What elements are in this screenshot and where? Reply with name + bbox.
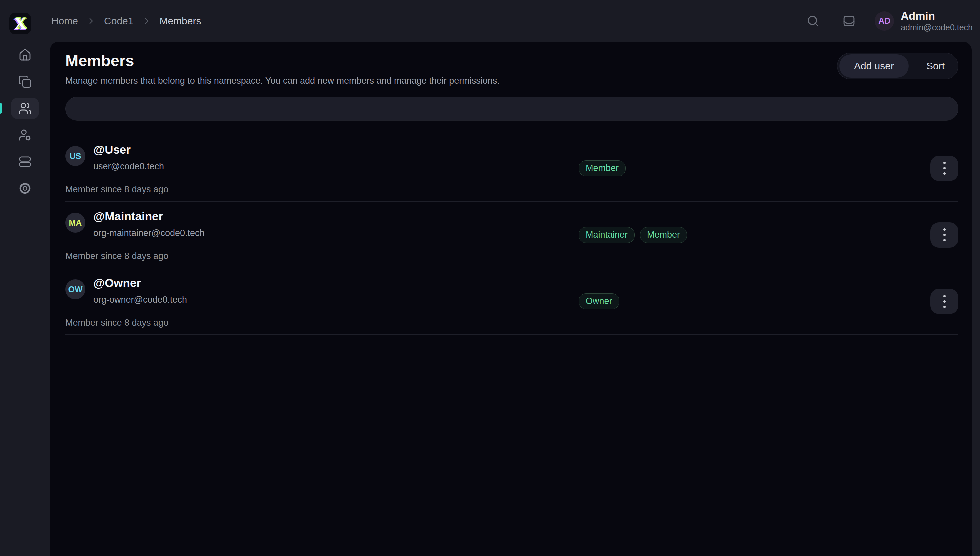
logo-x-icon: X [15, 16, 26, 31]
topbar-right: AD Admin admin@code0.tech [806, 0, 973, 42]
avatar: MA [65, 213, 86, 233]
actions-segmented-control: Add user Sort [837, 53, 958, 79]
search-icon[interactable] [806, 14, 820, 28]
user-email: admin@code0.tech [901, 23, 973, 32]
member-email: org-owner@code0.tech [93, 295, 187, 304]
role-badge: Owner [579, 293, 619, 309]
home-icon [18, 48, 32, 61]
role-badge: Maintainer [579, 227, 634, 243]
avatar-initials: OW [68, 284, 82, 294]
member-identity: @Maintainer org-maintainer@code0.tech [93, 210, 205, 238]
role-badges: Member [579, 160, 626, 176]
app-logo[interactable]: X [9, 13, 31, 34]
user-avatar[interactable]: AD [875, 11, 894, 31]
user-info[interactable]: Admin admin@code0.tech [901, 10, 973, 32]
user-settings-icon [18, 128, 32, 142]
role-badges: Owner [579, 293, 619, 309]
kebab-dot-icon [943, 228, 946, 231]
sort-button[interactable]: Sort [913, 53, 958, 79]
member-handle[interactable]: @Owner [93, 277, 187, 289]
role-badge: Member [579, 160, 626, 176]
sidebar-item-settings[interactable] [11, 175, 39, 202]
member-row: OW @Owner org-owner@code0.tech Member si… [65, 268, 958, 335]
sidebar-item-user-settings[interactable] [11, 122, 39, 148]
sidebar [0, 42, 50, 556]
user-name: Admin [901, 10, 973, 21]
page-title: Members [65, 53, 500, 68]
chevron-right-icon [142, 17, 151, 25]
kebab-dot-icon [943, 234, 946, 236]
avatar-initials: US [69, 151, 81, 161]
sidebar-item-servers[interactable] [11, 148, 39, 175]
segment-divider [912, 58, 912, 74]
breadcrumb-members[interactable]: Members [159, 15, 201, 27]
breadcrumb-namespace[interactable]: Code1 [104, 15, 133, 27]
breadcrumb: Home Code1 Members [51, 0, 201, 42]
member-since: Member since 8 days ago [65, 184, 168, 195]
user-avatar-initials: AD [878, 16, 890, 26]
avatar: OW [65, 279, 86, 299]
kebab-dot-icon [943, 167, 946, 169]
topbar: X Home Code1 Members AD Admin admin@code… [0, 0, 980, 42]
member-handle[interactable]: @User [93, 144, 164, 155]
member-row: MA @Maintainer org-maintainer@code0.tech… [65, 201, 958, 268]
member-identity: @User user@code0.tech [93, 144, 164, 171]
inbox-icon[interactable] [842, 14, 856, 28]
active-indicator [0, 103, 2, 114]
member-list: US @User user@code0.tech Member since 8 … [65, 135, 958, 335]
sidebar-item-members[interactable] [11, 98, 39, 119]
member-identity: @Owner org-owner@code0.tech [93, 277, 187, 304]
member-search-input[interactable] [65, 97, 958, 121]
member-handle[interactable]: @Maintainer [93, 210, 205, 222]
breadcrumb-home[interactable]: Home [51, 15, 78, 27]
avatar-initials: MA [69, 218, 82, 228]
members-icon [18, 102, 32, 115]
kebab-dot-icon [943, 305, 946, 308]
member-email: user@code0.tech [93, 162, 164, 171]
sidebar-item-home[interactable] [11, 42, 39, 68]
kebab-dot-icon [943, 162, 946, 164]
settings-icon [18, 182, 32, 195]
member-since: Member since 8 days ago [65, 318, 168, 328]
role-badge: Member [640, 227, 687, 243]
kebab-dot-icon [943, 300, 946, 303]
kebab-dot-icon [943, 172, 946, 175]
role-badges: MaintainerMember [579, 227, 687, 243]
servers-icon [18, 155, 32, 168]
row-menu-button[interactable] [930, 222, 958, 248]
kebab-dot-icon [943, 295, 946, 297]
row-menu-button[interactable] [930, 156, 958, 181]
page-subtitle: Manage members that belong to this names… [65, 75, 500, 87]
avatar: US [65, 146, 86, 166]
member-since: Member since 8 days ago [65, 251, 168, 261]
members-panel: Members Manage members that belong to th… [50, 42, 972, 556]
member-row: US @User user@code0.tech Member since 8 … [65, 135, 958, 201]
kebab-dot-icon [943, 239, 946, 241]
chevron-right-icon [87, 17, 95, 25]
row-menu-button[interactable] [930, 289, 958, 314]
member-email: org-maintainer@code0.tech [93, 229, 205, 238]
sidebar-item-projects[interactable] [11, 68, 39, 95]
page-header: Members Manage members that belong to th… [65, 53, 500, 87]
projects-icon [18, 75, 32, 88]
add-user-button[interactable]: Add user [840, 54, 909, 78]
